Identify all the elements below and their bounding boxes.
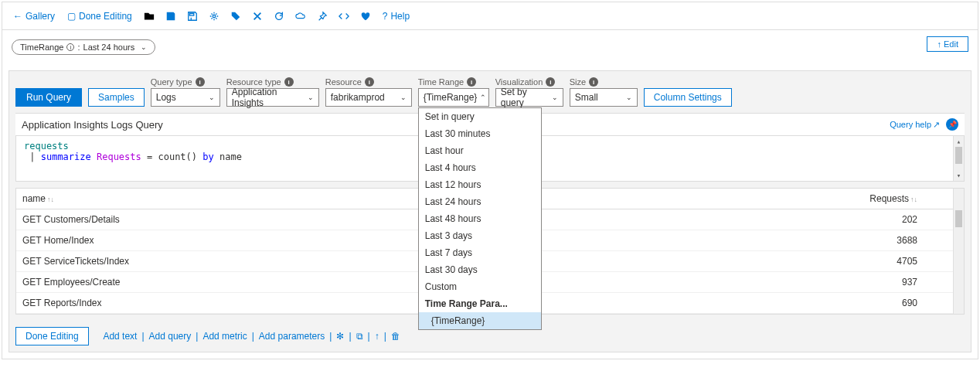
chevron-down-icon: ⌄ xyxy=(209,94,215,101)
close-icon[interactable] xyxy=(248,7,267,26)
edit-button[interactable]: ↑ Edit xyxy=(927,36,968,52)
scroll-thumb[interactable] xyxy=(955,210,962,227)
info-icon: i xyxy=(196,77,205,87)
open-icon[interactable] xyxy=(140,7,158,26)
done-editing-button[interactable]: ▢ Done Editing xyxy=(63,8,137,25)
refresh-icon[interactable] xyxy=(270,7,288,26)
save-as-icon[interactable] xyxy=(183,7,202,26)
cell-requests: 690 xyxy=(531,293,964,314)
time-range-dropdown: Set in query Last 30 minutes Last hour L… xyxy=(418,107,542,330)
delete-icon[interactable]: 🗑 xyxy=(391,331,400,342)
done-editing-label: Done Editing xyxy=(79,11,132,22)
info-icon: i xyxy=(467,77,476,87)
query-type-label: Query type xyxy=(151,77,192,87)
add-query-link[interactable]: Add query xyxy=(149,331,192,342)
run-query-button[interactable]: Run Query xyxy=(15,88,82,107)
code-icon[interactable] xyxy=(335,7,353,26)
gear-icon[interactable] xyxy=(205,7,223,26)
column-settings-button[interactable]: Column Settings xyxy=(644,88,732,107)
column-header-requests[interactable]: Requests↑↓ xyxy=(531,189,964,209)
chevron-down-icon: ⌄ xyxy=(141,43,147,51)
query-title: Application Insights Logs Query xyxy=(22,119,163,131)
dropdown-item[interactable]: Custom xyxy=(419,278,541,295)
chevron-down-icon: ⌄ xyxy=(308,94,314,101)
info-icon: i xyxy=(365,77,374,87)
chevron-down-icon: ⌄ xyxy=(400,94,407,101)
external-link-icon: ↗ xyxy=(933,120,940,130)
dropdown-section-header: Time Range Para... xyxy=(419,295,541,312)
gallery-label: Gallery xyxy=(26,11,55,22)
samples-button[interactable]: Samples xyxy=(88,88,145,107)
edit-label: Edit xyxy=(944,39,958,49)
query-panel: Run Query Samples Query typei Logs⌄ Reso… xyxy=(9,70,971,352)
visualization-select[interactable]: Set by query⌄ xyxy=(495,88,563,107)
cell-requests: 202 xyxy=(531,209,964,230)
chevron-up-icon: ⌃ xyxy=(480,94,486,101)
info-icon: i xyxy=(589,77,598,87)
chevron-down-icon: ⌄ xyxy=(552,94,558,101)
help-label: Help xyxy=(390,11,410,22)
move-up-icon[interactable]: ↑ xyxy=(375,331,379,342)
cell-requests: 937 xyxy=(531,272,964,293)
back-arrow-icon: ← xyxy=(13,11,22,22)
tag-icon[interactable] xyxy=(226,7,245,26)
cloud-icon[interactable] xyxy=(291,7,310,26)
sort-icon: ↑↓ xyxy=(910,196,917,203)
visualization-label: Visualization xyxy=(495,77,543,87)
time-range-select[interactable]: {TimeRange}⌃ Set in query Last 30 minute… xyxy=(418,88,489,107)
cell-requests: 4705 xyxy=(531,251,964,272)
dropdown-item[interactable]: Last hour xyxy=(419,142,541,159)
dropdown-item[interactable]: Last 48 hours xyxy=(419,210,541,227)
resource-type-label: Resource type xyxy=(226,77,281,87)
dropdown-item[interactable]: Last 30 minutes xyxy=(419,125,541,142)
info-icon: i xyxy=(546,77,555,87)
size-select[interactable]: Small⌄ xyxy=(570,88,638,107)
gallery-button[interactable]: ← Gallery xyxy=(9,8,60,25)
up-arrow-icon: ↑ xyxy=(937,39,941,49)
dropdown-item[interactable]: Last 24 hours xyxy=(419,193,541,210)
dropdown-item[interactable]: Last 7 days xyxy=(419,244,541,261)
size-label: Size xyxy=(570,77,586,87)
time-range-pill[interactable]: TimeRange i : Last 24 hours ⌄ xyxy=(12,39,155,55)
query-type-select[interactable]: Logs⌄ xyxy=(151,88,220,107)
resource-label: Resource xyxy=(325,77,362,87)
scroll-down-icon[interactable]: ▾ xyxy=(954,170,964,181)
dropdown-item[interactable]: Last 30 days xyxy=(419,261,541,278)
pill-param-name: TimeRange xyxy=(20,43,63,52)
add-text-link[interactable]: Add text xyxy=(103,331,137,342)
query-help-link[interactable]: Query help ↗ xyxy=(890,120,940,130)
document-icon: ▢ xyxy=(67,11,76,22)
dropdown-item[interactable]: Last 4 hours xyxy=(419,159,541,176)
heart-icon[interactable] xyxy=(356,7,375,26)
controls-row: Run Query Samples Query typei Logs⌄ Reso… xyxy=(9,71,971,113)
dropdown-item-selected[interactable]: {TimeRange} xyxy=(419,312,541,329)
question-icon: ? xyxy=(383,11,388,22)
help-button[interactable]: ? Help xyxy=(378,8,414,25)
sort-icon: ↑↓ xyxy=(47,196,54,203)
scroll-thumb[interactable] xyxy=(955,147,962,164)
cell-requests: 3688 xyxy=(531,230,964,251)
table-scrollbar[interactable] xyxy=(953,189,964,314)
resource-select[interactable]: fabrikamprod⌄ xyxy=(325,88,412,107)
dropdown-item[interactable]: Set in query xyxy=(419,108,541,125)
top-toolbar: ← Gallery ▢ Done Editing ? Help xyxy=(2,2,978,30)
pin-badge-icon[interactable]: 📌 xyxy=(946,118,958,131)
save-icon[interactable] xyxy=(162,7,180,26)
chevron-down-icon: ⌄ xyxy=(626,94,632,101)
add-metric-link[interactable]: Add metric xyxy=(202,331,247,342)
svg-point-0 xyxy=(213,15,216,18)
add-parameters-link[interactable]: Add parameters xyxy=(259,331,325,342)
info-icon: i xyxy=(66,43,74,51)
copy-icon[interactable]: ⧉ xyxy=(356,331,363,342)
pill-param-value: Last 24 hours xyxy=(83,43,135,52)
dropdown-item[interactable]: Last 12 hours xyxy=(419,176,541,193)
done-editing-bottom-button[interactable]: Done Editing xyxy=(15,327,89,345)
pin-icon[interactable] xyxy=(313,7,332,26)
gear-small-icon[interactable]: ✻ xyxy=(336,331,344,342)
info-icon: i xyxy=(284,77,294,87)
dropdown-item[interactable]: Last 3 days xyxy=(419,227,541,244)
editor-scrollbar[interactable]: ▴ ▾ xyxy=(953,136,964,181)
scroll-up-icon[interactable]: ▴ xyxy=(954,136,964,147)
time-range-label: Time Range xyxy=(418,77,464,87)
resource-type-select[interactable]: Application Insights⌄ xyxy=(226,88,319,107)
